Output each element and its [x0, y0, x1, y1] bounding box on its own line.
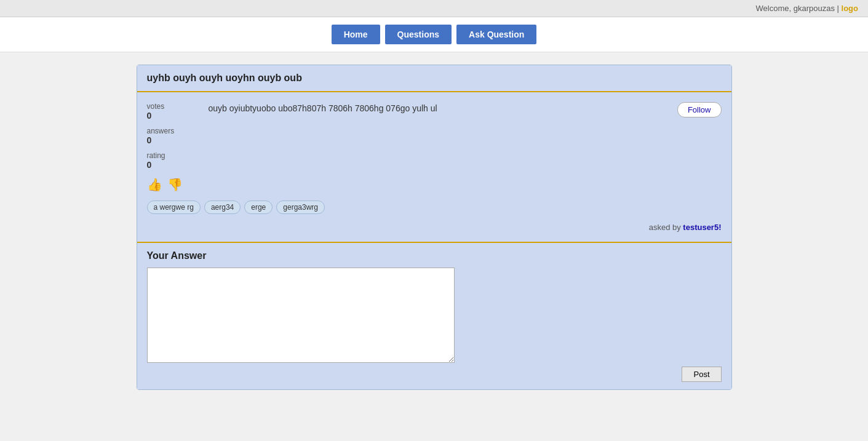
username: testuser5 [683, 223, 719, 232]
question-text: ouyb oyiubtyuobo ubo87h807h 7806h 7806hg… [209, 102, 665, 115]
answers-value: 0 [147, 135, 196, 145]
thumbs-row: 👍 👎 [147, 177, 722, 192]
ask-question-button[interactable]: Ask Question [456, 25, 536, 44]
tag[interactable]: aerg34 [204, 201, 241, 214]
votes-label: votes [147, 102, 196, 111]
logo-link[interactable]: logo [842, 4, 858, 13]
nav-bar: Home Questions Ask Question [0, 17, 868, 52]
asked-by-row: asked by testuser5! [147, 223, 722, 232]
question-title: uyhb ouyh ouyh uoyhn ouyb oub [137, 65, 731, 92]
rating-label: rating [147, 151, 196, 160]
votes-value: 0 [147, 111, 196, 121]
answer-textarea[interactable] [147, 268, 455, 363]
your-answer-title: Your Answer [147, 250, 722, 261]
questions-button[interactable]: Questions [385, 25, 452, 44]
question-meta-row: votes 0 answers 0 rating 0 ouyb oyiubtyu… [147, 102, 722, 170]
post-btn-wrapper: Post [414, 367, 722, 382]
tags-row: a wergwe rgaerg34ergegerga3wrg [147, 201, 722, 214]
main-content: uyhb ouyh ouyh uoyhn ouyb oub votes 0 an… [127, 65, 742, 390]
post-button[interactable]: Post [682, 367, 721, 382]
thumbs-up-icon[interactable]: 👍 [147, 177, 162, 192]
question-body: votes 0 answers 0 rating 0 ouyb oyiubtyu… [137, 92, 731, 242]
welcome-text: Welcome, gkarpouzas | [756, 4, 839, 13]
username-suffix: ! [719, 223, 721, 232]
rating-value: 0 [147, 160, 196, 170]
username-link[interactable]: testuser5! [683, 223, 721, 232]
tag[interactable]: erge [244, 201, 273, 214]
tag[interactable]: a wergwe rg [147, 201, 201, 214]
tag[interactable]: gerga3wrg [276, 201, 325, 214]
top-bar: Welcome, gkarpouzas | logo [0, 0, 868, 17]
answers-label: answers [147, 127, 196, 135]
thumbs-down-icon[interactable]: 👎 [167, 177, 183, 192]
asked-by-prefix: asked by [649, 223, 681, 232]
home-button[interactable]: Home [332, 25, 380, 44]
your-answer-section: Your Answer Post [137, 242, 731, 389]
follow-button[interactable]: Follow [677, 102, 722, 117]
follow-section: Follow [677, 102, 722, 117]
question-card: uyhb ouyh ouyh uoyhn ouyb oub votes 0 an… [137, 65, 732, 390]
vote-section: votes 0 answers 0 rating 0 [147, 102, 196, 170]
